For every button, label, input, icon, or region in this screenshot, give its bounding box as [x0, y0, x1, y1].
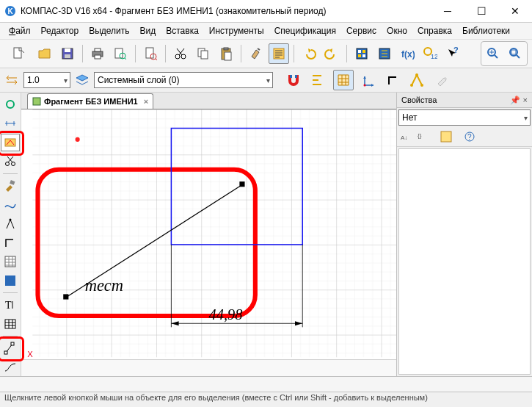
properties-panel-button[interactable]: [269, 43, 289, 64]
menu-view[interactable]: Вид: [136, 24, 161, 37]
line-style-button[interactable]: [3, 71, 21, 89]
minimize-button[interactable]: ─: [431, 0, 464, 22]
svg-point-34: [364, 84, 366, 87]
svg-point-38: [7, 101, 14, 108]
svg-point-36: [410, 84, 413, 87]
close-button[interactable]: ✕: [498, 0, 532, 22]
layer-combo[interactable]: Системный слой (0): [94, 72, 273, 88]
curve-tool-button[interactable]: [1, 359, 20, 376]
svg-rect-49: [4, 351, 7, 354]
copy-button[interactable]: [193, 43, 214, 64]
tab-close-button[interactable]: ×: [144, 97, 148, 106]
library-manager-button[interactable]: [351, 43, 372, 64]
measure-button[interactable]: 12: [420, 43, 440, 64]
ortho-button[interactable]: [383, 70, 404, 90]
print-preview-button[interactable]: [110, 43, 131, 64]
properties-title: Свойства: [401, 96, 437, 104]
command-panel[interactable]: [0, 376, 532, 392]
sketch-button[interactable]: [433, 70, 453, 90]
pin-icon[interactable]: 📌: [510, 96, 520, 105]
property-input-bar[interactable]: [21, 359, 396, 376]
svg-point-41: [12, 162, 15, 165]
dimension-text: 44,98: [208, 306, 242, 323]
svg-rect-2: [14, 48, 21, 58]
node-selection-button[interactable]: [1, 339, 20, 357]
auto-dim-button[interactable]: [1, 134, 20, 151]
snap-magnet-button[interactable]: [283, 70, 304, 90]
tab-fragment-1[interactable]: Фрагмент БЕЗ ИМЕНИ1 ×: [27, 93, 153, 109]
svg-rect-11: [146, 48, 153, 58]
svg-rect-7: [95, 48, 101, 51]
svg-rect-33: [511, 50, 516, 54]
grid-button[interactable]: [333, 70, 354, 90]
menu-service[interactable]: Сервис: [342, 24, 381, 37]
menu-window[interactable]: Окно: [382, 24, 412, 37]
props-help-button[interactable]: ?: [463, 130, 476, 143]
print-button[interactable]: [87, 43, 108, 64]
svg-point-35: [415, 73, 418, 76]
cut-curve-button[interactable]: [1, 153, 20, 170]
menu-help[interactable]: Справка: [413, 24, 456, 37]
drawing-canvas[interactable]: тест 44,98 X: [21, 109, 396, 359]
props-categorize-button[interactable]: {}: [416, 130, 429, 143]
zoom-in-button[interactable]: [483, 43, 503, 64]
text-button[interactable]: T: [1, 296, 20, 314]
cut-button[interactable]: [170, 43, 191, 64]
svg-rect-50: [33, 98, 40, 105]
table-sheet-button[interactable]: [1, 253, 20, 270]
props-show-button[interactable]: [440, 130, 453, 143]
table-tool-button[interactable]: [1, 315, 20, 333]
maximize-button[interactable]: ☐: [464, 0, 498, 22]
align-button[interactable]: [307, 70, 327, 90]
dimension-mode-button[interactable]: [1, 115, 20, 132]
fx-button[interactable]: f(x): [397, 43, 418, 64]
line-weight-combo[interactable]: 1.0: [23, 72, 70, 88]
svg-rect-48: [11, 342, 14, 345]
help-arrow-button[interactable]: ?: [442, 43, 463, 64]
paste-button[interactable]: [216, 43, 236, 64]
props-sort-az-button[interactable]: A↓: [400, 130, 413, 143]
svg-rect-18: [224, 48, 228, 50]
menu-tools[interactable]: Инструменты: [205, 24, 269, 37]
variables-button[interactable]: [374, 43, 395, 64]
properties-grid[interactable]: [398, 148, 531, 375]
svg-rect-22: [358, 50, 361, 53]
coord-button[interactable]: [360, 70, 380, 90]
blue-frame-button[interactable]: [1, 272, 20, 289]
format-brush-button[interactable]: [246, 43, 266, 64]
panel-close-button[interactable]: ×: [523, 96, 528, 104]
svg-text:{}: {}: [418, 132, 422, 139]
properties-object-combo[interactable]: Нет: [398, 109, 531, 126]
select-mode-button[interactable]: [1, 96, 20, 113]
new-document-button[interactable]: [4, 43, 32, 64]
app-icon: K: [4, 5, 16, 17]
menu-editor[interactable]: Редактор: [37, 24, 84, 37]
doc-settings-button[interactable]: [140, 43, 161, 64]
window-title: КОМПАС-3D V16 x64 - Фрагмент БЕЗ ИМЕНИ1 …: [21, 6, 431, 16]
arc-compass-button[interactable]: [1, 215, 20, 233]
corner-button[interactable]: [1, 234, 20, 252]
style-toolbar: 1.0 Системный слой (0): [0, 68, 532, 93]
save-button[interactable]: [57, 43, 78, 64]
svg-text:K: K: [7, 7, 13, 15]
spline-button[interactable]: [1, 196, 20, 214]
open-button[interactable]: [34, 43, 55, 64]
svg-rect-8: [95, 55, 101, 59]
svg-text:?: ?: [453, 46, 459, 54]
menu-libraries[interactable]: Библиотеки: [458, 24, 514, 37]
redo-button[interactable]: [321, 43, 342, 64]
status-bar: Щелкните левой кнопкой мыши на объекте д…: [0, 392, 532, 407]
properties-panel: Свойства 📌 × Нет A↓ {} ?: [396, 93, 532, 376]
menu-spec[interactable]: Спецификация: [270, 24, 340, 37]
svg-rect-58: [239, 181, 244, 187]
undo-button[interactable]: [299, 43, 319, 64]
layers-button[interactable]: [73, 71, 91, 89]
parametric-button[interactable]: [407, 70, 427, 90]
menu-insert[interactable]: Вставка: [161, 24, 203, 37]
menu-file[interactable]: Файл: [4, 24, 35, 37]
title-bar: K КОМПАС-3D V16 x64 - Фрагмент БЕЗ ИМЕНИ…: [0, 0, 532, 23]
canvas-text: тест: [85, 276, 123, 295]
zoom-frame-button[interactable]: [505, 43, 525, 64]
menu-select[interactable]: Выделить: [84, 24, 134, 37]
edit-hammer-button[interactable]: [1, 177, 20, 195]
